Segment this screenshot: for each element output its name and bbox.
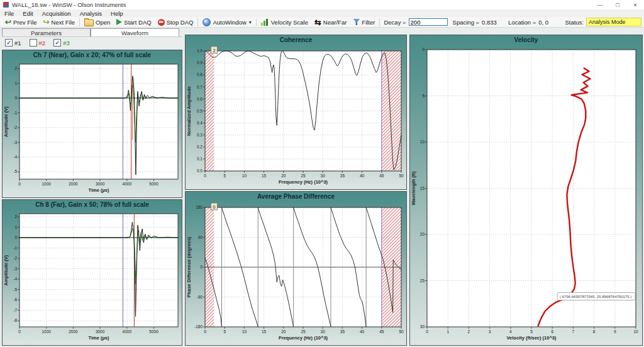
channel-1-label: #1: [14, 40, 21, 47]
application-window: WALL_18.sw - WinSW - Olson Instruments —…: [0, 0, 644, 347]
bar-chart-icon: [261, 19, 269, 26]
svg-text:-4: -4: [13, 155, 17, 159]
status-label: Status:: [565, 19, 584, 26]
svg-text:0.3: 0.3: [197, 133, 203, 137]
svg-text:2: 2: [14, 66, 17, 70]
ch7-chart-canvas: 010002000300040005000210-1-2-3-4-5Time (…: [3, 61, 181, 197]
svg-text:-5: -5: [13, 169, 17, 174]
autowindow-button[interactable]: AutoWindow ▾: [199, 18, 254, 27]
start-daq-button[interactable]: Start DAQ: [113, 18, 154, 27]
chevron-down-icon: ▾: [249, 19, 252, 25]
decay-label: Decay =: [384, 19, 406, 26]
svg-text:0.2: 0.2: [197, 145, 203, 149]
svg-text:0.9: 0.9: [197, 60, 203, 65]
svg-text:-90: -90: [197, 295, 203, 299]
chart-panel-coherence: Coherence 051015202530354045501.00.90.80…: [185, 35, 407, 190]
coherence-chart-canvas: 051015202530354045501.00.90.80.70.60.50.…: [186, 46, 406, 189]
svg-text:-1: -1: [13, 111, 17, 115]
svg-text:0: 0: [426, 329, 428, 334]
svg-text:2: 2: [213, 48, 215, 53]
svg-text:1.0: 1.0: [197, 48, 203, 53]
open-label: Open: [96, 19, 110, 26]
svg-text:90: 90: [198, 235, 203, 240]
location-label: Location =: [508, 19, 536, 26]
chart-panel-phase: Average Phase Difference 051015202530354…: [185, 191, 407, 346]
prev-file-label: Prev File: [13, 19, 36, 26]
svg-text:45: 45: [379, 329, 384, 334]
tab-strip: Parameters Waveform: [2, 28, 179, 37]
menu-help[interactable]: Help: [106, 10, 128, 17]
menu-acquisition[interactable]: Acquisition: [38, 10, 75, 17]
next-file-button[interactable]: ↪ Next File: [40, 18, 79, 27]
coherence-chart-title: Coherence: [186, 35, 406, 45]
velocity-scale-button[interactable]: Velocity Scale: [258, 18, 311, 27]
ch7-chart-title: Ch 7 (Near), Gain x 20; 47% of full scal…: [3, 50, 182, 60]
arrow-redo-icon: ↪: [43, 18, 50, 26]
svg-text:0: 0: [14, 96, 17, 100]
ch8-chart-title: Ch 8 (Far), Gain x 50; 78% of full scale: [3, 200, 182, 210]
svg-text:0.1: 0.1: [197, 157, 203, 161]
start-daq-label: Start DAQ: [124, 19, 151, 26]
svg-text:4000: 4000: [123, 182, 132, 186]
decay-field: Decay =: [381, 18, 450, 26]
spacing-label: Spacing =: [453, 19, 480, 26]
svg-text:1: 1: [14, 225, 17, 229]
status-field: Status: Analysis Mode: [565, 18, 644, 26]
svg-text:-2: -2: [13, 125, 17, 129]
stop-icon: [158, 19, 165, 26]
chart-panel-ch7: Ch 7 (Near), Gain x 20; 47% of full scal…: [2, 50, 182, 198]
autowindow-label: AutoWindow: [213, 19, 246, 26]
prev-file-button[interactable]: ↩ Prev File: [2, 18, 40, 27]
svg-text:-6: -6: [13, 297, 17, 302]
svg-text:20: 20: [281, 329, 286, 334]
near-far-button[interactable]: ⇆ Near/Far: [311, 18, 350, 27]
spacing-field: Spacing = 0.833: [450, 19, 506, 26]
menu-analysis[interactable]: Analysis: [75, 10, 106, 17]
toolbar-separator: [197, 18, 198, 26]
tab-waveform[interactable]: Waveform: [91, 28, 179, 37]
ch8-chart-canvas: 010002000300040005000210-1-2-3-4-5-6-7-8…: [3, 211, 181, 344]
channel-2-checkbox[interactable]: #2: [30, 39, 46, 47]
channel-2-label: #2: [39, 40, 46, 47]
tab-parameters[interactable]: Parameters: [2, 28, 91, 37]
filter-button[interactable]: Filter: [350, 18, 378, 27]
decay-input[interactable]: [409, 18, 448, 26]
svg-text:-5: -5: [13, 287, 17, 292]
x-axis-label: Time (µs): [89, 335, 109, 341]
svg-text:0: 0: [200, 265, 203, 269]
y-axis-label: Amplitude (V): [3, 106, 9, 137]
svg-text:0: 0: [14, 235, 17, 240]
svg-text:7: 7: [572, 329, 575, 334]
svg-text:-2: -2: [13, 256, 17, 260]
svg-text:50: 50: [399, 174, 404, 178]
velocity-chart-canvas: 012345678910051015202530Velocity (ft/sec…: [411, 46, 641, 344]
channel-3-checkbox[interactable]: ✓ #3: [53, 39, 70, 47]
svg-text:5: 5: [422, 94, 425, 98]
open-button[interactable]: Open: [81, 18, 113, 27]
svg-text:-1: -1: [13, 246, 17, 250]
y-axis-label: Phase Difference (degrees): [186, 236, 192, 297]
channel-1-checkbox[interactable]: ✓ #1: [5, 39, 21, 47]
svg-text:10: 10: [242, 329, 247, 334]
close-icon[interactable]: ×: [626, 0, 644, 9]
svg-text:2000: 2000: [69, 329, 78, 334]
toolbar-separator: [79, 18, 80, 26]
svg-text:0: 0: [213, 205, 215, 209]
minimize-icon[interactable]: —: [591, 0, 609, 9]
y-axis-label: Normalized Amplitude: [186, 86, 192, 136]
stop-daq-button[interactable]: Stop DAQ: [155, 18, 197, 27]
svg-text:3000: 3000: [96, 182, 105, 186]
toolbar-separator: [379, 18, 380, 26]
svg-text:5: 5: [530, 329, 533, 334]
menu-file[interactable]: File: [0, 10, 18, 17]
filter-label: Filter: [362, 19, 375, 26]
stop-daq-label: Stop DAQ: [167, 19, 194, 26]
cursor-tooltip-text: ( 6796.66557877045, 25.8968764750175 ): [560, 295, 631, 299]
status-badge: Analysis Mode: [586, 18, 641, 26]
next-file-label: Next File: [52, 19, 75, 26]
swap-arrows-icon: ⇆: [314, 18, 321, 26]
menu-edit[interactable]: Edit: [18, 10, 37, 17]
svg-text:5000: 5000: [149, 182, 158, 186]
maximize-icon[interactable]: □: [609, 0, 626, 9]
svg-text:20: 20: [420, 232, 425, 236]
